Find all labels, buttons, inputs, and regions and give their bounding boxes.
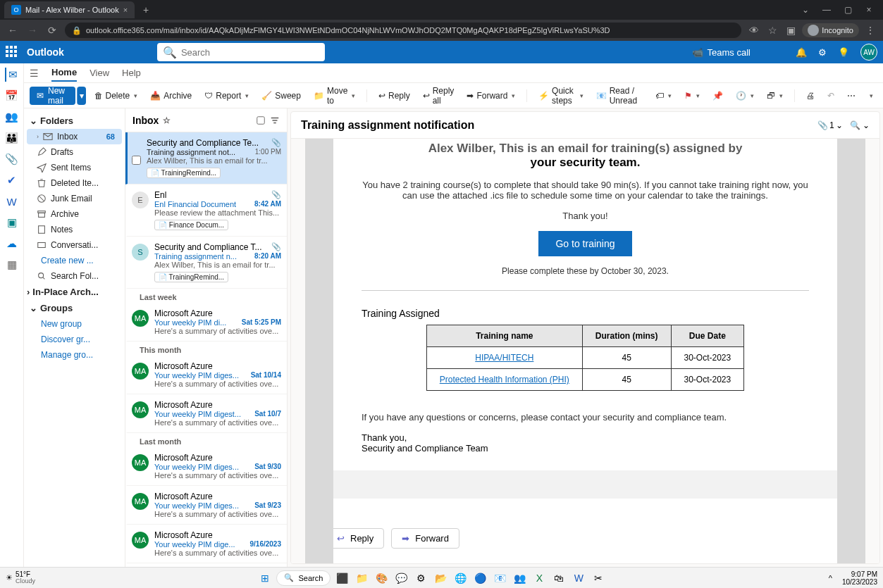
browser-tab[interactable]: O Mail - Alex Wilber - Outlook × [4,1,135,18]
inplace-archive-header[interactable]: ›In-Place Arch... [24,284,125,300]
message-item[interactable]: MAMicrosoft AzureYour weekly PIM digest.… [125,394,287,433]
teams-call-button[interactable]: 📹 Teams call [692,47,751,58]
menu-icon[interactable]: ⋮ [863,25,877,36]
window-button[interactable]: 🗗▾ [762,88,787,104]
new-mail-dropdown[interactable]: ▾ [77,87,86,105]
reply-button[interactable]: ↩ Reply [374,88,414,104]
settings-tb-icon[interactable]: ⚙ [412,570,429,587]
todo-icon[interactable]: ✔ [5,173,19,187]
people-icon[interactable]: 👥 [5,110,19,124]
forward-button[interactable]: ➡ Forward▾ [462,88,519,104]
search-input[interactable] [181,47,319,58]
bell-icon[interactable]: 🔔 [796,47,807,58]
folder-tb-icon[interactable]: 📂 [432,570,449,587]
folder-drafts[interactable]: Drafts [24,144,125,160]
new-mail-button[interactable]: ✉New mail [30,87,75,105]
discover-groups-link[interactable]: Discover gr... [24,332,125,347]
message-item[interactable]: MAMicrosoft AzureYour weekly PIM dige...… [125,525,287,563]
lightbulb-icon[interactable]: 💡 [838,47,849,58]
message-item[interactable]: MAMicrosoft AzureYour weekly PIM di...Sa… [125,303,287,342]
undo-button[interactable]: ↶ [823,88,839,104]
select-icon[interactable] [256,115,266,125]
groups-icon[interactable]: 👪 [5,131,19,145]
attachment-chip[interactable]: 📄 TrainingRemind... [154,272,228,282]
folder-inbox[interactable]: ›Inbox68 [27,129,122,144]
hamburger-icon[interactable]: ☰ [30,68,39,79]
excel-icon[interactable]: X [531,570,548,587]
message-item[interactable]: MAMicrosoft AzureYour weekly PIM diges..… [125,486,287,525]
chrome-icon[interactable]: 🔵 [471,570,488,587]
forward-icon[interactable]: → [25,25,39,36]
folder-deleted[interactable]: Deleted Ite... [24,175,125,191]
bookings-icon[interactable]: ▣ [5,215,19,230]
groups-header[interactable]: ⌄Groups [24,300,125,316]
folder-sent[interactable]: Sent Items [24,160,125,175]
forward-action[interactable]: ➡Forward [391,528,459,549]
more-apps-icon[interactable]: ▦ [5,258,19,272]
incognito-badge[interactable]: Incognito [802,23,859,37]
tab-home[interactable]: Home [51,67,77,82]
tab-close-icon[interactable]: × [123,6,128,14]
tab-view[interactable]: View [89,68,109,81]
explorer-icon[interactable]: 📁 [353,570,370,587]
filter-icon[interactable] [270,115,280,125]
reply-action[interactable]: ↩Reply [326,528,384,549]
attachment-count[interactable]: 📎 1 ⌄ [817,120,843,130]
teams-full-icon[interactable]: 👥 [511,570,528,587]
go-to-training-button[interactable]: Go to training [538,231,631,256]
tray-chevron[interactable]: ^ [829,574,832,582]
app-launcher-icon[interactable] [6,46,18,58]
user-avatar[interactable]: AW [860,44,877,61]
manage-groups-link[interactable]: Manage gro... [24,347,125,363]
create-folder-link[interactable]: Create new ... [24,253,125,268]
mail-icon[interactable]: ✉ [5,68,19,82]
word-icon[interactable]: W [5,194,19,208]
msg-checkbox[interactable] [132,142,141,178]
message-item[interactable]: EEnl📎Enl Financial Document8:42 AMPlease… [125,184,287,237]
archive-button[interactable]: 📥 Archive [146,88,196,104]
zoom-button[interactable]: 🔍 ⌄ [850,120,870,130]
store-icon[interactable]: 🛍 [550,570,567,587]
folders-header[interactable]: ⌄Folders [24,113,125,129]
onedrive-icon[interactable]: ☁ [5,237,19,251]
ribbon-caret[interactable]: ▾ [864,89,877,102]
training-link-2[interactable]: Protected Health Information (PHI) [440,375,569,384]
search-box[interactable]: 🔍 [157,43,325,61]
settings-icon[interactable]: ⚙ [818,47,827,58]
delete-button[interactable]: 🗑 Delete▾ [90,88,142,104]
folder-archive[interactable]: Archive [24,206,125,222]
report-button[interactable]: 🛡 Report▾ [200,88,253,104]
folder-junk[interactable]: Junk Email [24,191,125,206]
read-unread-button[interactable]: 📧 Read / Unread [592,83,648,108]
pin-button[interactable]: 📌 [708,88,727,104]
print-button[interactable]: 🖨 [802,88,819,104]
star-icon[interactable]: ☆ [163,115,171,125]
message-item[interactable]: Security and Compliance Te...📎Training a… [125,132,287,184]
chevron-down-icon[interactable]: ⌄ [796,1,815,18]
back-icon[interactable]: ← [6,25,20,36]
training-link-1[interactable]: HIPAA/HITECH [475,353,533,363]
system-clock[interactable]: 9:07 PM 10/23/2023 [842,570,877,586]
weather-widget[interactable]: ☀ 51°F Cloudy [6,571,35,584]
message-item[interactable]: MAMicrosoft Azure [125,563,287,567]
calendar-icon[interactable]: 📅 [5,89,19,103]
eye-off-icon[interactable]: 👁 [747,25,761,36]
message-item[interactable]: MAMicrosoft AzureYour weekly PIM diges..… [125,356,287,394]
outlook-tb-icon[interactable]: 📧 [491,570,508,587]
copilot-icon[interactable]: 🎨 [373,570,390,587]
message-item[interactable]: SSecurity and Compliance T...📎Training a… [125,237,287,289]
flag-button[interactable]: ⚑▾ [680,88,704,104]
url-box[interactable]: 🔒 outlook.office365.com/mail/inbox/id/AA… [65,23,741,38]
move-to-button[interactable]: 📁 Move to▾ [309,83,359,108]
window-minimize[interactable]: — [817,1,836,18]
start-button[interactable]: ⊞ [257,570,273,587]
message-item[interactable]: MAMicrosoft AzureYour weekly PIM diges..… [125,447,287,486]
new-group-link[interactable]: New group [24,316,125,332]
window-close[interactable]: × [859,1,879,18]
tab-help[interactable]: Help [122,68,141,81]
reload-icon[interactable]: ⟳ [45,25,59,36]
star-icon[interactable]: ☆ [765,25,779,36]
sweep-button[interactable]: 🧹 Sweep [257,88,305,104]
folder-notes[interactable]: Notes [24,222,125,237]
teams-tb-icon[interactable]: 💬 [393,570,409,587]
